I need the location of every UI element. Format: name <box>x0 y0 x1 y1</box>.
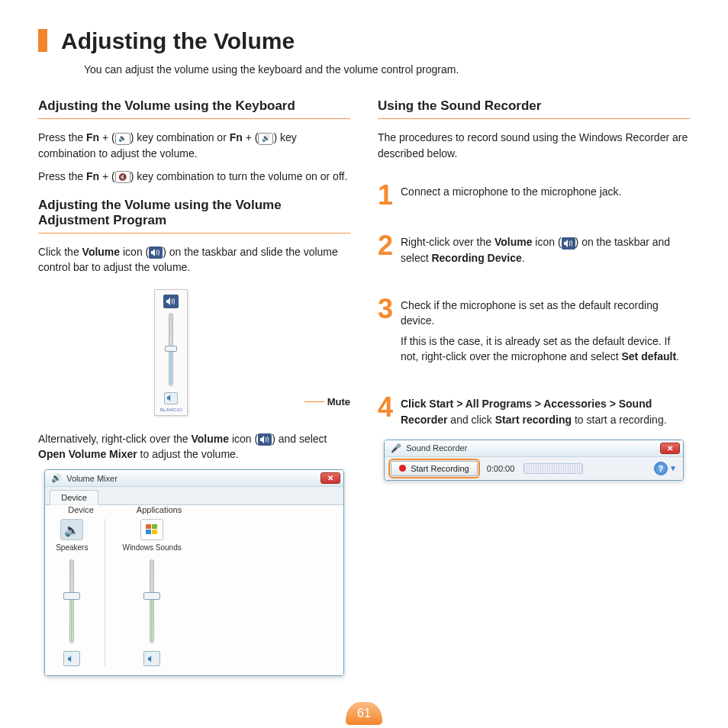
waveform-display <box>523 463 583 474</box>
para-prog-1: Click the Volume icon () on the taskbar … <box>38 244 350 275</box>
para-kb-1: Press the Fn + (🔉) key combination or Fn… <box>38 130 350 161</box>
mixer-tab-device[interactable]: Device <box>50 490 98 505</box>
windows-sounds-label: Windows Sounds <box>122 543 181 552</box>
windows-sounds-slider-thumb[interactable] <box>143 592 160 600</box>
start-recording-button[interactable]: Start Recording <box>391 461 477 476</box>
speaker-icon <box>163 295 179 308</box>
svg-rect-3 <box>152 530 157 534</box>
mute-button[interactable] <box>164 392 178 404</box>
speakers-device-icon[interactable]: 🔈 <box>60 519 83 540</box>
heading-keyboard: Adjusting the Volume using the Keyboard <box>38 98 350 119</box>
start-recording-label: Start Recording <box>411 464 469 473</box>
page-number: 61 <box>346 702 382 725</box>
svg-rect-1 <box>152 524 157 529</box>
volume-taskbar-icon <box>562 237 575 250</box>
volume-taskbar-icon <box>258 433 272 446</box>
speakers-mute-button[interactable] <box>63 651 80 666</box>
volume-mixer-icon: 🔊 <box>51 473 62 483</box>
step-4-text: Click Start > All Programs > Accessories… <box>401 396 690 427</box>
mixer-channel-windows-sounds: Windows Sounds <box>122 519 181 666</box>
volume-mute-key-icon: 🔇 <box>115 171 130 183</box>
para-kb-2: Press the Fn + (🔇) key combination to tu… <box>38 169 350 184</box>
mixer-header-applications: Applications <box>137 505 182 514</box>
svg-rect-0 <box>146 524 151 529</box>
windows-sounds-icon[interactable] <box>140 519 163 540</box>
volume-taskbar-icon <box>149 246 163 259</box>
page-title: Adjusting the Volume <box>61 28 295 54</box>
mixer-channel-speakers: 🔈 Speakers <box>56 519 88 666</box>
sound-recorder-window: 🎤 Sound Recorder ✕ Start Recording 0:00:… <box>384 440 684 481</box>
heading-program: Adjusting the Volume using the Volume Ad… <box>38 198 350 234</box>
volume-up-key-icon: 🔊 <box>258 133 273 145</box>
volume-slider-track[interactable] <box>169 313 173 386</box>
recording-time: 0:00:00 <box>487 464 515 473</box>
close-button[interactable]: ✕ <box>321 472 340 484</box>
speakers-slider-thumb[interactable] <box>63 592 80 600</box>
windows-sounds-mute-button[interactable] <box>143 651 160 666</box>
title-accent-bar <box>38 29 47 52</box>
volume-down-key-icon: 🔉 <box>115 133 130 145</box>
volume-slider-popup: SLANCIO <box>154 289 188 416</box>
speakers-label: Speakers <box>56 543 88 552</box>
heading-sound-recorder: Using the Sound Recorder <box>378 98 690 119</box>
volume-slider-thumb[interactable] <box>165 346 177 352</box>
slider-brand-label: SLANCIO <box>159 407 182 412</box>
step-1-text: Connect a microphone to the microphone j… <box>401 184 690 199</box>
sound-recorder-title: Sound Recorder <box>406 443 467 453</box>
close-button[interactable]: ✕ <box>660 443 680 454</box>
speakers-slider[interactable] <box>69 559 74 643</box>
step-number-2: 2 <box>378 234 399 270</box>
step-number-1: 1 <box>378 184 399 208</box>
callout-line <box>304 401 324 402</box>
step-3-text-a: Check if the microphone is set as the de… <box>401 298 690 329</box>
step-3-text-b: If this is the case, it is already set a… <box>401 333 690 365</box>
volume-mixer-window: 🔊 Volume Mixer ✕ Device Device Applicati… <box>44 469 344 676</box>
step-number-3: 3 <box>378 298 399 369</box>
mute-callout-label: Mute <box>327 396 350 407</box>
left-column: Adjusting the Volume using the Keyboard … <box>38 98 350 676</box>
help-dropdown-icon[interactable]: ▼ <box>669 464 677 472</box>
page-subtitle: You can adjust the volume using the keyb… <box>84 62 690 77</box>
step-2-text: Right-click over the Volume icon () on t… <box>401 234 690 266</box>
para-alt-1: Alternatively, right-click over the Volu… <box>38 431 350 462</box>
windows-sounds-slider[interactable] <box>150 559 154 643</box>
right-column: Using the Sound Recorder The procedures … <box>378 98 690 676</box>
step-number-4: 4 <box>378 396 399 432</box>
microphone-icon: 🎤 <box>391 443 401 453</box>
para-recorder-intro: The procedures to record sound using the… <box>378 130 690 161</box>
volume-mixer-title: Volume Mixer <box>66 474 118 483</box>
help-button[interactable]: ? <box>654 462 668 475</box>
record-icon <box>399 465 406 472</box>
mixer-header-device: Device <box>68 505 94 514</box>
svg-rect-2 <box>146 530 151 534</box>
